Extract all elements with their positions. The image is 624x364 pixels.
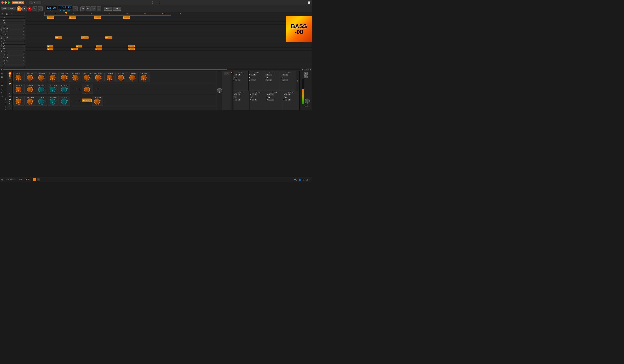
ch-ma-play[interactable]: ▶ — [234, 74, 235, 76]
clip-hc-3[interactable]: D3 — [94, 16, 101, 19]
cursor-icon[interactable]: ↖ — [10, 12, 13, 16]
quantize-left-btn[interactable]: ◀ — [308, 69, 309, 70]
play-button[interactable]: ▶ — [17, 6, 22, 11]
ohdecay-plus[interactable]: + — [100, 100, 101, 101]
file-button[interactable]: FILE — [1, 7, 8, 10]
clrs-level-knob[interactable] — [84, 75, 90, 80]
output-s-button[interactable]: S — [304, 72, 308, 75]
sdtone-minus[interactable]: − — [33, 90, 34, 91]
lct-minus[interactable]: − — [56, 78, 56, 79]
loop-button[interactable]: ⇄ — [32, 6, 37, 11]
plus-spacer-6[interactable]: + — [70, 99, 74, 102]
cy-level-knob[interactable] — [118, 75, 124, 80]
cy-minus[interactable]: − — [124, 78, 125, 79]
oh-plus[interactable]: + — [135, 76, 136, 78]
mttune-minus[interactable]: − — [56, 102, 56, 103]
mt-tuning-knob[interactable] — [50, 98, 55, 104]
bd-level-minus[interactable]: − — [33, 78, 34, 79]
ch-plus[interactable]: + — [147, 76, 148, 78]
plus-spacer-5[interactable]: + — [97, 88, 101, 91]
ht-tuning-knob[interactable] — [61, 98, 67, 104]
window-maximize-icon[interactable]: ⬜ — [308, 1, 311, 4]
bpm-display[interactable]: 125.00 — [45, 6, 57, 10]
lc-tuning-knob[interactable] — [38, 87, 44, 92]
arrow-up-icon2[interactable]: ▲ — [9, 100, 11, 102]
nav-up-icon[interactable]: ▲ — [0, 88, 3, 91]
clip-hc-1[interactable]: D3 — [47, 16, 54, 19]
output-volume-knob[interactable] — [305, 98, 310, 104]
hct-minus[interactable]: − — [78, 78, 79, 79]
oh-level-knob[interactable] — [129, 75, 135, 80]
scroll-left-btn[interactable]: ◀ — [1, 69, 2, 70]
tab-mix[interactable]: MIX — [18, 178, 23, 181]
scroll-right-btn[interactable]: ▶ — [302, 69, 303, 70]
fx-button[interactable]: FX — [224, 72, 230, 75]
quantize-right-btn[interactable]: ▶ — [310, 69, 311, 70]
httune-minus[interactable]: − — [67, 102, 68, 103]
bddecay-plus[interactable]: + — [22, 100, 22, 101]
sd-level-knob[interactable] — [38, 75, 44, 80]
bd-decay-knob[interactable] — [16, 98, 21, 104]
bddecay-minus[interactable]: − — [22, 102, 22, 103]
cy-tone-knob[interactable] — [84, 87, 90, 92]
grid-icon2[interactable]: ⊞ — [306, 179, 308, 181]
plus-spacer-4[interactable]: + — [93, 88, 97, 91]
bdtone-minus[interactable]: − — [22, 90, 22, 91]
hctune-plus[interactable]: + — [67, 88, 68, 90]
tab-arrange[interactable]: ARRANGE — [6, 178, 16, 181]
search-icon[interactable]: 🔍 — [294, 179, 297, 181]
solo-icon[interactable]: ◎ — [0, 95, 3, 98]
clip-rs-2[interactable]: E2 — [71, 48, 78, 50]
capture-button[interactable]: ⊡ — [91, 6, 96, 11]
nav-down-icon[interactable]: ▼ — [0, 91, 3, 94]
redo-button[interactable]: ↪ — [86, 6, 91, 11]
acc-vol-plus[interactable]: + — [22, 76, 22, 78]
hc-tuning-knob[interactable] — [61, 87, 67, 92]
grid-icon[interactable]: ⊞ — [5, 12, 9, 16]
play-label-button[interactable]: PLAY — [8, 7, 16, 10]
clip-rs-1[interactable]: E2 — [47, 48, 53, 50]
mct-level-knob[interactable] — [61, 75, 67, 80]
folder-icon[interactable]: 📁 — [9, 83, 11, 85]
clip-rs-3[interactable]: E2 — [95, 48, 102, 50]
settings2-icon[interactable]: ⚙ — [0, 84, 3, 87]
sd-tone-knob[interactable] — [27, 87, 33, 92]
piano-icon[interactable]: 🎹 — [9, 98, 11, 100]
arrange-area[interactable]: 1.1 1.4 1.3 1.2 2.1 2.2 2.3 2.4 3.1 3.2 — [25, 12, 312, 68]
output-m-button[interactable]: M — [304, 75, 308, 78]
lt-tuning-knob[interactable] — [38, 98, 44, 104]
clip-hc-2[interactable]: D3 — [69, 16, 76, 19]
list-icon[interactable]: ≡ — [1, 12, 4, 16]
view-toggle-btn[interactable] — [33, 178, 36, 181]
ch-minus[interactable]: − — [147, 78, 148, 79]
position-display[interactable]: 1.3.2.23 — [58, 5, 73, 9]
undo-button[interactable]: ↩ — [80, 6, 85, 11]
user-icon[interactable]: 👤 — [298, 179, 301, 181]
mctune-plus[interactable]: + — [56, 88, 56, 90]
mixer-icon[interactable]: ⊟ — [0, 72, 3, 75]
clip-lt-1[interactable]: F2 — [47, 45, 53, 47]
cy-long-button[interactable]: CY Long — [82, 98, 92, 102]
lctune-plus[interactable]: + — [44, 88, 45, 90]
add-ch-button-top[interactable]: + — [296, 71, 299, 91]
bd-level-knob[interactable] — [27, 75, 33, 80]
info-icon[interactable]: ⓘ — [1, 178, 3, 181]
sdsnappy-plus[interactable]: + — [33, 100, 34, 101]
bd-level-plus[interactable]: + — [33, 76, 34, 78]
plus-spacer-8[interactable]: + — [78, 99, 81, 102]
macp-minus[interactable]: − — [101, 78, 102, 79]
mct-minus[interactable]: − — [67, 78, 68, 79]
cytone-minus[interactable]: − — [90, 90, 91, 91]
plus-spacer-2[interactable]: + — [74, 88, 78, 91]
cytone-plus[interactable]: + — [90, 88, 91, 90]
tab-edit[interactable]: EDIT — [25, 178, 30, 181]
arrow-down-icon2[interactable]: ▼ — [9, 103, 11, 105]
acc-vol-knob[interactable] — [16, 75, 21, 80]
cb-minus[interactable]: − — [113, 78, 113, 79]
mttune-plus[interactable]: + — [56, 100, 56, 101]
ch-level-knob[interactable] — [141, 75, 147, 80]
settings-button[interactable]: ✕ — [97, 6, 101, 11]
mctune-minus[interactable]: − — [56, 90, 56, 91]
mc-tuning-knob[interactable] — [50, 87, 55, 92]
macp-plus[interactable]: + — [101, 76, 102, 78]
